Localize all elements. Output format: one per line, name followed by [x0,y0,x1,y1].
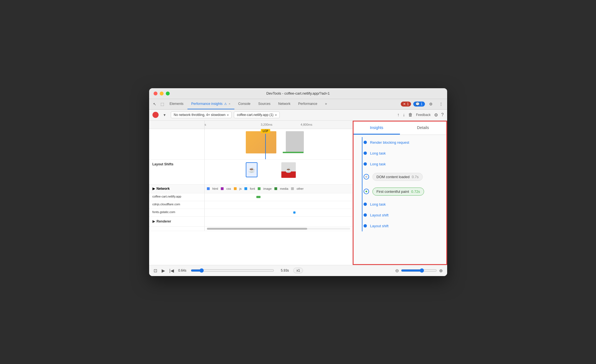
timeline-row-network-header: ▶ Network html css js font [149,184,352,193]
layout-shift-2-link[interactable]: Layout shift [370,224,389,228]
zoom-out-icon[interactable]: ⊖ [395,268,399,273]
zoom-controls: ⊖ ⊕ [395,268,443,273]
scrollbar-thumb[interactable] [207,228,307,230]
tab-network[interactable]: Network [274,99,294,109]
tab-warning-icon: ⚠ [224,102,227,106]
network-row-3: fonts.gstatic.com [149,209,352,217]
maximize-button[interactable] [166,92,170,95]
error-badge[interactable]: ✕ 1 [401,102,411,107]
device-icon[interactable]: ⬚ [159,101,166,107]
download-icon[interactable]: ↓ [403,112,405,117]
legend-image-dot [258,187,261,190]
record-button[interactable] [152,112,159,118]
timeline-header: s 3,200ms 4,800ms [149,121,352,129]
tab-performance-insights[interactable]: Performance insights ⚠ × [187,99,234,109]
toolbar: ▾ No network throttling, 4× slowdown ▾ c… [149,110,447,121]
tab-details[interactable]: Details [400,122,446,135]
network-row-1: coffee-cart.netlify.app [149,193,352,201]
network-row-3-label: fonts.gstatic.com [149,209,205,216]
more-options-icon[interactable]: ⋮ [437,100,445,108]
gray-block [286,131,304,152]
feedback-link[interactable]: Feedback [416,113,431,117]
render-blocking-link[interactable]: Render blocking request [370,140,409,145]
insight-dot-3 [364,162,367,166]
play-icon[interactable]: ▶ [162,268,165,273]
site-dropdown[interactable]: coffee-cart.netlify.app (1) ▾ [234,112,280,118]
insight-item-fcp: First contentful paint 0.72s [359,184,441,199]
minimize-button[interactable] [160,92,164,95]
throttle-dropdown-arrow: ▾ [227,113,229,117]
dom-loaded-label: DOM content loaded 0.7s [372,173,423,181]
tab-insights[interactable]: Insights [354,122,400,135]
long-task-1-link[interactable]: Long task [370,151,386,155]
network-bar-font-1 [293,211,296,214]
settings2-icon[interactable]: ⚙ [434,112,438,118]
timeline-scrollbar[interactable] [149,227,352,231]
tab-close-icon[interactable]: × [229,102,230,105]
legend-font-dot [244,187,247,190]
help-icon[interactable]: ? [441,112,444,117]
legend-js-dot [234,187,237,190]
network-row-2-label: cdnjs.cloudflare.com [149,201,205,209]
fcp-circle-inner [365,191,367,192]
network-row-3-content [205,209,352,216]
time-scrubber[interactable] [191,268,274,273]
insight-dot-6 [364,203,367,206]
renderer-expand-icon[interactable]: ▶ [152,219,155,223]
dom-loaded-text: DOM content loaded [377,175,410,179]
long-task-3-link[interactable]: Long task [370,202,386,206]
devtools-window: DevTools - coffee-cart.netlify.app/?ad=1… [149,88,447,276]
tab-bar: ↖ ⬚ Elements Performance insights ⚠ × Co… [149,99,447,110]
tab-overflow[interactable]: » [321,99,331,109]
tab-console[interactable]: Console [234,99,254,109]
dropdown-arrow-icon[interactable]: ▾ [161,111,169,119]
tab-elements[interactable]: Elements [166,99,187,109]
insight-item-layout-shift-1: Layout shift [359,210,441,221]
timeline-body: LCP Layout Shifts [149,129,352,265]
timeline-ruler: s 3,200ms 4,800ms [205,121,352,129]
tab-sources[interactable]: Sources [254,99,274,109]
tab-performance[interactable]: Performance [294,99,321,109]
legend-other-dot [291,187,294,190]
title-bar: DevTools - coffee-cart.netlify.app/?ad=1 [149,88,447,99]
chat-icon: 💬 [415,102,420,106]
main-content: s 3,200ms 4,800ms LCP [149,121,447,265]
timeline-panel: s 3,200ms 4,800ms LCP [149,121,353,265]
legend-media-dot [274,187,277,190]
ruler-mark-1: s [205,123,206,126]
throttle-dropdown[interactable]: No network throttling, 4× slowdown ▾ [171,112,232,118]
network-expand-icon[interactable]: ▶ [152,187,155,191]
scrollbar-track[interactable] [207,228,350,230]
timeline-label-col-header [149,121,205,129]
zoom-slider[interactable] [401,268,437,273]
screenshot-icon[interactable]: ⊡ [154,268,157,273]
delete-icon[interactable]: 🗑 [408,112,413,117]
chat-badge[interactable]: 💬 1 [413,102,425,107]
legend-css-dot [221,187,224,190]
insights-tabs: Insights Details [354,122,446,135]
upload-icon[interactable]: ↑ [397,112,399,117]
toolbar-right: ↑ ↓ 🗑 Feedback ⚙ ? [397,112,444,118]
skip-to-start-icon[interactable]: |◀ [169,268,174,273]
layout-shift-1-link[interactable]: Layout shift [370,213,389,217]
legend-media-label: media [280,187,288,190]
insight-item-long-task-1: Long task [359,148,441,159]
insight-circle-dom [364,174,369,180]
timeline-main-label [149,129,205,159]
window-title: DevTools - coffee-cart.netlify.app/?ad=1 [266,91,330,95]
cursor-icon[interactable]: ↖ [151,101,158,107]
legend-html-label: html [212,187,218,190]
insight-item-render-blocking: Render blocking request [359,137,441,148]
long-task-2-link[interactable]: Long task [370,162,386,166]
legend-image-label: image [263,187,272,190]
legend-js-label: js [239,187,242,190]
zoom-in-icon[interactable]: ⊕ [439,268,443,273]
traffic-lights [154,92,170,95]
legend-css-label: css [226,187,231,190]
close-button[interactable] [154,92,157,95]
settings-icon[interactable]: ⚙ [427,100,435,108]
network-row-1-content [205,193,352,201]
dom-circle-inner [365,176,367,178]
insights-timeline-container: Render blocking request Long task Long t… [354,137,446,231]
error-icon: ✕ [403,102,406,106]
